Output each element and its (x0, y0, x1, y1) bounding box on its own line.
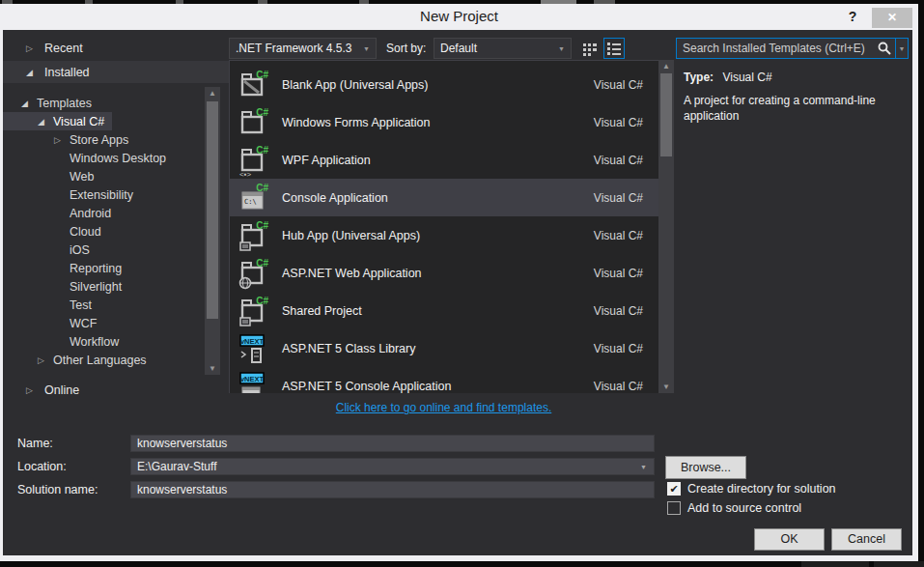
scroll-down-icon[interactable]: ▼ (658, 381, 674, 393)
template-item-windows-forms-application[interactable]: C#Windows Forms ApplicationVisual C# (230, 103, 658, 141)
tree-item-windows-desktop[interactable]: Windows Desktop (3, 149, 174, 167)
framework-dropdown[interactable]: .NET Framework 4.5.3 ▼ (229, 38, 377, 59)
checkbox-create-directory[interactable]: ✔ Create directory for solution (667, 482, 836, 496)
online-templates-link[interactable]: Click here to go online and find templat… (336, 401, 551, 414)
tree-item-android[interactable]: Android (3, 204, 119, 222)
scroll-up-icon[interactable]: ▲ (658, 60, 674, 72)
tree-item-label: Windows Desktop (70, 152, 166, 165)
close-button[interactable]: ✕ (872, 8, 912, 28)
template-item-wpf-application[interactable]: <▪>C#WPF ApplicationVisual C# (230, 141, 658, 179)
template-language: Visual C# (594, 191, 643, 205)
collapsed-arrow-icon[interactable]: ▷ (38, 355, 53, 365)
tree-item-label: Android (70, 207, 111, 220)
svg-text:<▪>: <▪> (239, 170, 252, 177)
checkbox-box-icon[interactable] (667, 501, 681, 515)
tree-item-templates[interactable]: ◢Templates (3, 94, 99, 112)
tree-item-workflow[interactable]: Workflow (3, 332, 126, 351)
help-button[interactable]: ? (843, 6, 862, 27)
new-project-dialog: New Project ? ✕ ▷ Recent ◢ Installed ◢Te… (0, 4, 918, 561)
tree-item-store-apps[interactable]: ▷Store Apps (3, 130, 136, 149)
template-icon-blank-app: C# (238, 69, 270, 101)
template-item-asp-net-web-application[interactable]: C#ASP.NET Web ApplicationVisual C# (230, 254, 658, 292)
sort-dropdown[interactable]: Default ▼ (434, 38, 572, 59)
tree-item-silverlight[interactable]: Silverlight (3, 277, 129, 296)
location-dropdown-icon[interactable]: ▼ (640, 464, 647, 470)
solution-name-label: Solution name: (17, 483, 98, 496)
search-button[interactable] (874, 39, 895, 58)
template-item-hub-app-universal-apps[interactable]: C#Hub App (Universal Apps)Visual C# (230, 216, 658, 254)
template-language: Visual C# (594, 154, 643, 167)
search-input[interactable] (677, 39, 874, 58)
template-language: Visual C# (594, 78, 643, 92)
template-list-scrollbar[interactable]: ▲ ▼ (658, 60, 674, 393)
expanded-arrow-icon[interactable]: ◢ (21, 99, 37, 108)
template-icon-wpf: <▪>C# (238, 144, 270, 177)
svg-text:C:\: C:\ (244, 198, 257, 206)
template-item-asp-net-5-class-library[interactable]: vNEXT ASP.NET 5 Class LibraryVisual C# (230, 329, 658, 367)
framework-dropdown-value: .NET Framework 4.5.3 (236, 42, 351, 55)
tree-item-wcf[interactable]: WCF (3, 314, 104, 332)
scroll-up-icon[interactable]: ▲ (205, 87, 220, 99)
template-item-shared-project[interactable]: C#Shared ProjectVisual C# (230, 292, 658, 329)
name-input[interactable] (130, 435, 655, 452)
info-type-label: Type: (684, 71, 714, 84)
location-input[interactable] (130, 458, 655, 475)
ok-button[interactable]: OK (754, 528, 825, 551)
info-type-value: Visual C# (722, 71, 771, 84)
sidebar-item-recent[interactable]: ▷ Recent (3, 36, 229, 61)
svg-text:vNEXT: vNEXT (240, 375, 265, 383)
sidebar-item-installed[interactable]: ◢ Installed (3, 61, 229, 83)
sidebar-item-online[interactable]: ▷ Online (3, 379, 229, 402)
template-name: WPF Application (282, 154, 594, 167)
tree-item-cloud[interactable]: Cloud (3, 222, 109, 241)
template-language: Visual C# (594, 116, 643, 129)
tree-item-label: Web (70, 170, 94, 184)
search-dropdown-button[interactable]: ▼ (895, 39, 908, 58)
checkbox-box-icon[interactable]: ✔ (667, 482, 681, 496)
tree-item-reporting[interactable]: Reporting (3, 259, 129, 277)
template-item-asp-net-5-console-application[interactable]: vNEXT ASP.NET 5 Console ApplicationVisua… (230, 367, 658, 393)
collapsed-arrow-icon[interactable]: ▷ (26, 43, 36, 53)
collapsed-arrow-icon[interactable]: ▷ (26, 385, 36, 395)
svg-text:C#: C# (256, 107, 268, 118)
tree-item-label: Other Languages (53, 354, 147, 367)
template-icon-web: C# (238, 257, 270, 290)
cancel-button[interactable]: Cancel (831, 528, 902, 551)
template-language: Visual C# (594, 229, 643, 242)
template-icon-console: C:\C# (238, 182, 270, 214)
tree-item-ios[interactable]: iOS (3, 241, 98, 259)
tree-item-label: Store Apps (70, 133, 128, 147)
tree-item-other-languages[interactable]: ▷Other Languages (3, 351, 154, 369)
list-view-button[interactable] (603, 38, 625, 59)
scroll-down-icon[interactable]: ▼ (205, 362, 220, 375)
scrollbar-thumb[interactable] (207, 101, 218, 319)
template-name: ASP.NET 5 Console Application (282, 380, 594, 393)
tree-item-test[interactable]: Test (3, 296, 99, 314)
tree-item-label: Test (70, 298, 92, 312)
small-icons-view-button[interactable] (579, 39, 601, 59)
dialog-titlebar[interactable]: New Project ? ✕ (0, 4, 918, 30)
search-box: ▼ (676, 38, 909, 59)
tree-item-visual-c[interactable]: ◢Visual C# (3, 112, 112, 130)
tree-item-label: Workflow (70, 335, 119, 349)
background-artifact (874, 561, 924, 567)
expanded-arrow-icon[interactable]: ◢ (38, 117, 53, 127)
template-item-blank-app-universal-apps[interactable]: C#Blank App (Universal Apps)Visual C# (230, 66, 658, 103)
template-name: Console Application (282, 191, 594, 205)
svg-text:C#: C# (256, 145, 268, 156)
template-item-console-application[interactable]: C:\C#Console ApplicationVisual C# (230, 179, 658, 216)
solution-name-input[interactable] (130, 481, 655, 498)
sidebar-recent-label: Recent (44, 42, 83, 55)
browse-button[interactable]: Browse... (665, 456, 746, 479)
sidebar-scrollbar[interactable]: ▲ ▼ (205, 87, 220, 375)
collapsed-arrow-icon[interactable]: ▷ (54, 135, 70, 145)
tree-item-web[interactable]: Web (3, 167, 101, 185)
template-name: Hub App (Universal Apps) (282, 229, 594, 242)
sidebar-installed-label: Installed (44, 66, 90, 79)
scrollbar-thumb[interactable] (660, 73, 672, 156)
expanded-arrow-icon[interactable]: ◢ (26, 68, 36, 77)
tree-item-extensibility[interactable]: Extensibility (3, 185, 141, 204)
info-description: A project for creating a command-line ap… (684, 93, 908, 124)
online-templates-link-row: Click here to go online and find templat… (229, 401, 658, 414)
checkbox-source-control[interactable]: Add to source control (667, 501, 801, 515)
